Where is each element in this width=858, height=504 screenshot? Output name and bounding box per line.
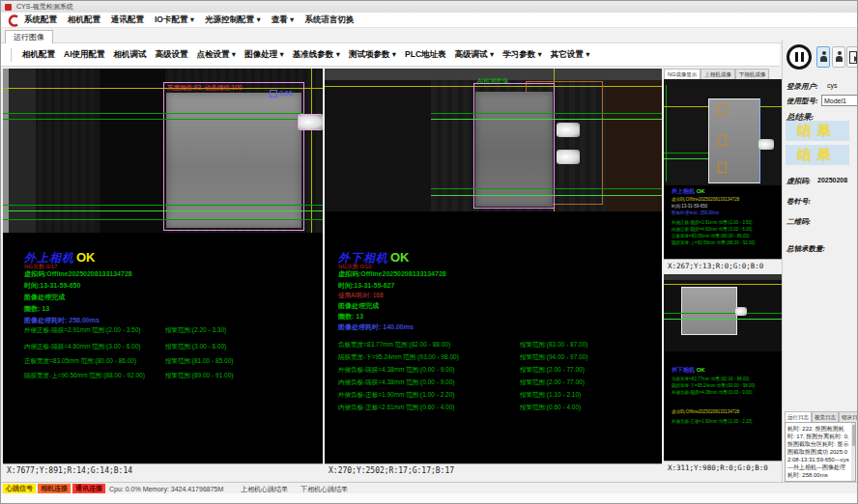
tool-learning-params[interactable]: 学习参数 ▾ — [502, 49, 542, 61]
login-user-value: cys — [827, 82, 838, 89]
title-bar: CYS-视觉检测系统 — [1, 1, 858, 13]
camera-link-badge: 相机连接 — [38, 484, 71, 493]
alarm-range-text: 报警范围:(2.20 - 3.30) — [165, 326, 226, 335]
alarm-range-text: 报警范围:(2.00 - 77.00) — [520, 378, 585, 387]
measure-line-green — [664, 319, 782, 320]
ai-detect-box — [718, 135, 727, 146]
thumb-measure: 负极宽度=83.77mm 范围:(82.00 - 88.00) — [672, 377, 749, 381]
tool-camera-debug[interactable]: 相机调试 — [114, 49, 147, 61]
measure-line-green — [431, 119, 662, 120]
operator-button[interactable] — [832, 46, 845, 68]
thumb-panel-upper[interactable]: 外上相机 OK 虚拟码:Offline20250208133134728 时间:… — [664, 79, 782, 272]
tool-camera-config[interactable]: 相机配置 — [22, 49, 55, 61]
tab-run-image[interactable]: 运行图像 — [5, 30, 53, 43]
menu-item-comm-config[interactable]: 通讯配置 — [111, 14, 144, 26]
left-camera-panel[interactable]: 灰度阈值:93, 动态阈值:100 3.66 外上相机OK NG次数:0/17 … — [3, 69, 323, 477]
turn-count-line: 圈数: 13 — [338, 312, 363, 322]
user-login-button[interactable] — [816, 46, 830, 68]
camera-name: 外下相机 — [672, 367, 695, 373]
alarm-range-text: 报警范围:(0.60 - 4.00) — [520, 404, 581, 412]
thumb-measure: 隔膜宽度-下=95.24mm 范围:(93.00 - 98.00) — [672, 383, 755, 388]
tab-connector-highlight — [557, 150, 580, 164]
menu-item-language-switch[interactable]: 系统语言切换 — [304, 14, 354, 26]
process-done-line: 图像处理完成 — [24, 293, 65, 302]
electrode-block — [681, 287, 737, 335]
app-logo-icon — [6, 14, 19, 27]
thumb-code-line: 虚拟码:Offline20250208133134728 — [672, 409, 739, 414]
tab-upper-camera[interactable]: 上相机成像 — [701, 69, 735, 79]
pause-button[interactable] — [786, 44, 812, 70]
menu-item-system-config[interactable]: 系统配置 — [24, 14, 57, 26]
scrollbar-thumb[interactable] — [852, 425, 855, 446]
menu-bar: 系统配置 相机配置 通讯配置 IO卡配置 ▾ 光源控制配置 ▾ 查看 ▾ 系统语… — [1, 13, 858, 28]
reference-line-yellow — [664, 284, 782, 285]
tab-connector-highlight — [758, 139, 774, 150]
time-line: 时间:13-31-59-627 — [338, 281, 394, 291]
measurement-text: 外侧正极-隔膜=2.91mm 范围:(2.00 - 3.50) — [24, 326, 140, 335]
thumb-measure: 正极宽度=83.05mm 范围:(80.00 - 86.00) — [672, 234, 749, 238]
thumb-measure: 外侧正极-隔膜=2.91mm 范围:(2.00 - 3.50) — [672, 220, 752, 225]
middle-camera-image[interactable]: AI检测图像 — [325, 69, 662, 211]
log-scrollbar[interactable] — [851, 423, 855, 481]
alarm-range-text: 报警范围:(94.00 - 97.00) — [520, 353, 587, 362]
machine-brown-region — [607, 80, 662, 211]
tab-lower-camera[interactable]: 下相机成像 — [735, 69, 770, 79]
tool-plc-address-table[interactable]: PLC地址表 — [405, 49, 446, 61]
elapsed-line: 图像处理耗时: 258.00ms — [24, 316, 100, 325]
model-label: 使用型号: — [786, 97, 818, 106]
exit-button[interactable] — [846, 46, 858, 68]
tool-spot-check-settings[interactable]: 点检设置 ▾ — [197, 49, 237, 61]
tool-image-processing[interactable]: 图像处理 ▾ — [244, 49, 284, 61]
roi-threshold-label: 灰度阈值:93, 动态阈值:100 — [167, 84, 242, 93]
tab-vision-log[interactable]: 视觉日志 — [812, 411, 839, 422]
electrode-block — [475, 92, 553, 207]
measurement-text: 隔膜宽度-上=90.56mm 范围:(88.00 - 92.00) — [24, 372, 145, 380]
tab-connector-highlight — [557, 123, 580, 137]
menu-item-camera-config[interactable]: 相机配置 — [68, 14, 100, 26]
tool-test-item-params[interactable]: 测试项参数 ▾ — [349, 49, 396, 61]
left-camera-image[interactable]: 灰度阈值:93, 动态阈值:100 3.66 — [3, 69, 323, 233]
bearing-count-label: 总轴承数量: — [786, 244, 825, 254]
thumb-tab-strip: NG成像显示 上相机成像 下相机成像 — [664, 69, 782, 79]
process-done-line: 图像处理完成 — [338, 301, 379, 311]
tool-other-settings[interactable]: 其它设置 ▾ — [551, 49, 590, 61]
machine-band — [9, 69, 36, 233]
tool-ai-usage-config[interactable]: AI使用配置 — [64, 49, 105, 61]
tool-baseline-params[interactable]: 基准线参数 ▾ — [293, 49, 340, 61]
thumb-panel-lower[interactable]: 外下相机 OK 负极宽度=83.77mm 范围:(82.00 - 88.00) … — [664, 274, 782, 474]
turn-count-line: 圈数: 13 — [24, 304, 49, 314]
measurement-text: 内侧负极-正极=2.61mm 范围:(0.60 - 4.00) — [338, 404, 454, 412]
user-icon — [836, 51, 843, 63]
left-panel-statusbar: X:7677;Y:891;R:14;G:14;B:14 — [3, 463, 323, 477]
measurement-text: 隔膜宽度-下=95.24mm 范围:(93.00 - 98.00) — [338, 353, 459, 362]
model-input[interactable] — [821, 95, 858, 106]
menu-item-io-card-config[interactable]: IO卡配置 ▾ — [155, 14, 194, 26]
menu-item-light-control-config[interactable]: 光源控制配置 ▾ — [205, 14, 261, 26]
pin-number-label: 卷针号: — [786, 197, 811, 207]
log-output[interactable]: 耗时: 222, 抠图检测耗时: 17, 抠图分离耗时: 0, 抠图截取分区耗时… — [785, 422, 856, 482]
tab-error-log[interactable]: 错误日志 — [839, 411, 858, 422]
tab-run-log[interactable]: 运行日志 — [785, 411, 812, 422]
tool-advanced-debug[interactable]: 高级调试 ▾ — [455, 49, 495, 61]
measurement-text: 负极宽度=83.77mm 范围:(82.00 - 88.00) — [338, 341, 450, 350]
thumb-camera-title: 外下相机 OK — [672, 366, 705, 375]
bottom-status-bar: 心跳信号 相机连接 通讯连接 Cpu: 0.0% Memory: 3424.41… — [1, 482, 858, 493]
alarm-range-text: 报警范围:(83.00 - 87.00) — [520, 341, 587, 350]
electrode-block — [708, 98, 760, 183]
result-ok: OK — [390, 250, 410, 265]
thumb-image[interactable] — [664, 274, 782, 351]
measure-line-green — [664, 153, 708, 154]
bottom-strip — [1, 493, 858, 504]
menu-item-view[interactable]: 查看 ▾ — [272, 14, 295, 26]
tab-ng-display[interactable]: NG成像显示 — [664, 69, 701, 79]
heartbeat-badge: 心跳信号 — [3, 484, 36, 493]
machine-top-band — [664, 274, 782, 280]
tool-advanced-settings[interactable]: 高级设置 — [156, 49, 188, 61]
qr-code-label: 二维码: — [786, 217, 811, 227]
reference-line-yellow-vertical — [311, 69, 312, 233]
thumb-image[interactable] — [664, 79, 782, 185]
log-tab-strip: 运行日志 视觉日志 错误日志 — [785, 411, 858, 422]
thumb-elapsed-line: 图像处理耗时: 258.00ms — [672, 210, 719, 215]
tab-connector-highlight — [298, 114, 323, 130]
middle-camera-panel[interactable]: AI检测图像 外下相机OK NG次数:0/10 虚拟码:Offline20250… — [325, 69, 662, 477]
